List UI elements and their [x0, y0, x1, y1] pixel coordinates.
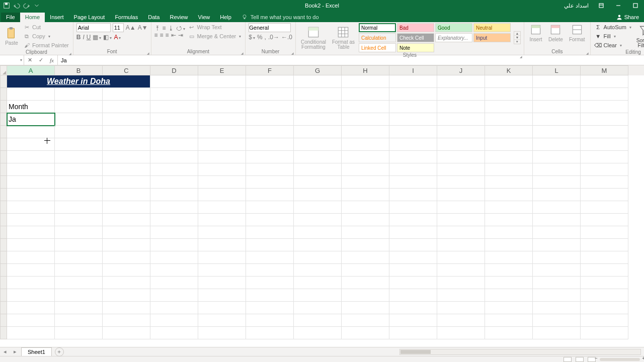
paste-button[interactable]: Paste [3, 27, 20, 46]
cell[interactable] [485, 101, 533, 113]
cell[interactable] [7, 163, 55, 176]
cell[interactable] [581, 189, 628, 201]
tab-page-layout[interactable]: Page Layout [69, 13, 110, 22]
style-input[interactable]: Input [473, 33, 511, 42]
tab-formulas[interactable]: Formulas [110, 13, 143, 22]
format-painter-button[interactable]: 🖌Format Painter [22, 41, 70, 49]
cell[interactable] [485, 75, 533, 88]
cell[interactable] [55, 289, 103, 302]
minimize-icon[interactable] [610, 0, 627, 11]
cell[interactable] [342, 251, 389, 264]
cell[interactable] [103, 289, 150, 302]
cell[interactable] [437, 277, 485, 289]
style-normal[interactable]: Normal [359, 23, 396, 32]
style-bad[interactable]: Bad [397, 23, 434, 32]
cell[interactable] [342, 138, 389, 151]
cell[interactable] [342, 302, 389, 314]
cell[interactable] [294, 239, 342, 251]
cell[interactable] [533, 163, 581, 176]
cell[interactable] [7, 251, 55, 264]
cell[interactable] [103, 201, 150, 214]
row-header[interactable] [0, 314, 7, 327]
row-header[interactable] [0, 163, 7, 176]
cell[interactable] [55, 302, 103, 314]
merge-center-button[interactable]: ▭Merge & Center [187, 32, 243, 40]
cell[interactable] [533, 88, 581, 101]
cell[interactable] [389, 277, 437, 289]
cell[interactable] [294, 264, 342, 277]
decrease-decimal-icon[interactable]: ←.0 [281, 34, 292, 40]
column-header-M[interactable]: M [581, 65, 628, 75]
decrease-font-icon[interactable]: A▼ [138, 25, 148, 31]
cell[interactable] [198, 201, 246, 214]
cell[interactable] [581, 88, 628, 101]
cell[interactable] [437, 239, 485, 251]
cell[interactable] [294, 277, 342, 289]
style-calculation[interactable]: Calculation [359, 33, 396, 42]
cell[interactable] [55, 201, 103, 214]
cell[interactable] [198, 176, 246, 189]
cell[interactable] [246, 327, 294, 339]
row-header[interactable] [0, 126, 7, 138]
cell[interactable] [198, 126, 246, 138]
cell[interactable] [581, 264, 628, 277]
style-note[interactable]: Note [397, 43, 434, 52]
cell[interactable] [150, 201, 198, 214]
italic-button[interactable]: I [83, 34, 84, 40]
enter-edit-icon[interactable]: ✓ [35, 57, 46, 63]
cell[interactable] [294, 251, 342, 264]
cell[interactable] [437, 88, 485, 101]
cell[interactable] [389, 314, 437, 327]
style-good[interactable]: Good [435, 23, 472, 32]
cell[interactable] [389, 214, 437, 226]
tab-help[interactable]: Help [215, 13, 236, 22]
cell[interactable] [485, 214, 533, 226]
row-header[interactable] [0, 176, 7, 189]
cell[interactable] [581, 226, 628, 239]
style-explanatory-[interactable]: Explanatory... [435, 33, 472, 42]
maximize-icon[interactable] [627, 0, 644, 11]
undo-icon[interactable] [13, 2, 20, 9]
row-header[interactable] [0, 277, 7, 289]
cell[interactable] [533, 126, 581, 138]
cell[interactable] [485, 151, 533, 163]
column-header-L[interactable]: L [533, 65, 581, 75]
cell[interactable] [581, 101, 628, 113]
cell[interactable] [55, 189, 103, 201]
cell[interactable] [389, 163, 437, 176]
cell[interactable] [437, 226, 485, 239]
cell[interactable] [581, 289, 628, 302]
cell[interactable] [55, 88, 103, 101]
increase-indent-icon[interactable]: ⇥ [178, 32, 183, 38]
sheet-nav-buttons[interactable]: ◂▸ [0, 348, 20, 355]
cell[interactable] [55, 176, 103, 189]
cell[interactable] [294, 214, 342, 226]
column-header-B[interactable]: B [55, 65, 103, 75]
cell[interactable] [294, 88, 342, 101]
row-header[interactable] [0, 113, 7, 126]
cell[interactable] [246, 226, 294, 239]
cell[interactable] [150, 264, 198, 277]
cell[interactable] [485, 113, 533, 126]
column-header-C[interactable]: C [103, 65, 150, 75]
cell[interactable] [7, 214, 55, 226]
cell[interactable] [246, 314, 294, 327]
cell[interactable] [246, 189, 294, 201]
cell[interactable] [389, 251, 437, 264]
column-header-G[interactable]: G [294, 65, 342, 75]
underline-button[interactable]: U [87, 34, 91, 40]
cell[interactable] [389, 201, 437, 214]
cell[interactable] [150, 88, 198, 101]
cell[interactable] [581, 75, 628, 88]
cell[interactable] [533, 264, 581, 277]
cell[interactable] [294, 126, 342, 138]
cell[interactable] [7, 88, 55, 101]
cell[interactable] [389, 138, 437, 151]
cell-styles-gallery[interactable]: NormalBadGoodNeutralCalculationCheck Cel… [359, 23, 521, 52]
tab-data[interactable]: Data [143, 13, 165, 22]
row-header[interactable] [0, 101, 7, 113]
cell[interactable] [485, 289, 533, 302]
cell[interactable] [103, 189, 150, 201]
cell[interactable] [581, 201, 628, 214]
cell[interactable] [55, 138, 103, 151]
